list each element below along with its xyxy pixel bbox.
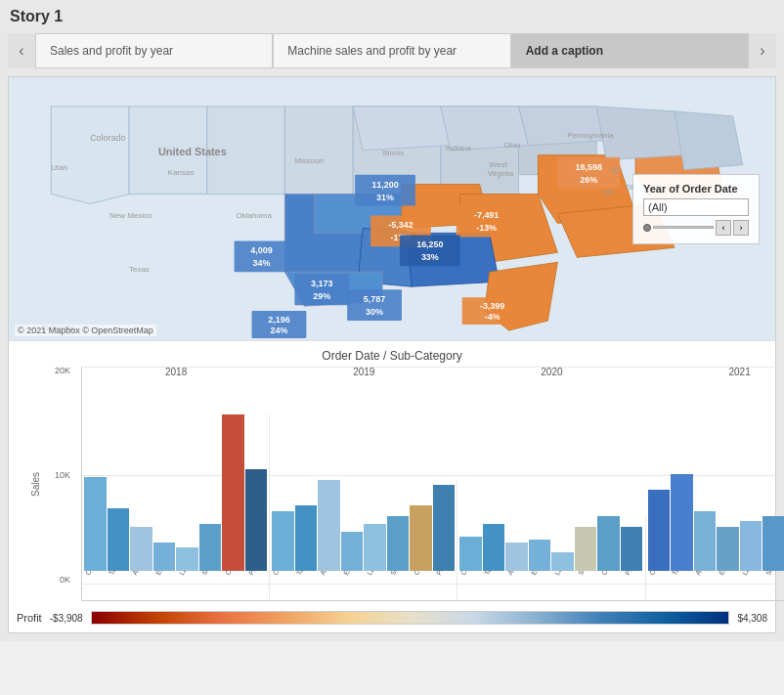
profit-legend: Profit -$3,908 $4,308	[9, 605, 775, 632]
svg-text:30%: 30%	[366, 307, 383, 317]
x-label-group-2018: ChairsTablesArtEnvelopesLabelsStorageCop…	[82, 571, 270, 600]
bar-2018-tables[interactable]	[108, 508, 130, 571]
svg-text:-4%: -4%	[485, 312, 501, 322]
profit-gradient	[91, 611, 730, 625]
x-label-group-2020: ChairsTablesArtEnvelopesLabelsStorageCop…	[457, 571, 645, 600]
svg-text:Kansas: Kansas	[168, 168, 195, 177]
slider-next-btn[interactable]: ›	[733, 220, 749, 236]
outer-container: Story 1 ‹ Sales and profit by year Machi…	[0, 0, 784, 641]
bars-container	[82, 382, 784, 571]
year-filter-value[interactable]: (All)	[643, 198, 749, 216]
svg-text:26%: 26%	[580, 175, 597, 185]
bar-2020-storage[interactable]	[575, 527, 597, 571]
bar-2021-tables[interactable]	[671, 474, 693, 571]
bar-2019-tables[interactable]	[295, 505, 318, 571]
story-nav-item-3[interactable]: Add a caption	[511, 33, 749, 68]
svg-text:NJ: NJ	[611, 167, 620, 174]
year-label-2019: 2019	[270, 367, 457, 382]
x-label-group-2019: ChairsTablesArtEnvelopesLabelsStorageCop…	[270, 571, 457, 600]
bar-2018-storage[interactable]	[199, 524, 222, 571]
bar-2021-storage[interactable]	[762, 516, 784, 571]
bar-2019-copiers[interactable]	[410, 505, 432, 571]
story-nav-items: Sales and profit by year Machine sales a…	[35, 33, 749, 68]
chart-inner: 20K 10K 0K 2018 2019 2020	[81, 367, 784, 601]
bar-2019-envelopes[interactable]	[341, 532, 364, 571]
bar-group-2019	[270, 480, 457, 571]
y-axis-label: Sales	[30, 471, 41, 496]
svg-text:3,173: 3,173	[311, 279, 332, 288]
svg-text:Oklahoma: Oklahoma	[237, 211, 273, 220]
bar-group-2020	[457, 516, 645, 571]
chart-title: Order Date / Sub-Category	[21, 349, 763, 363]
slider-dot[interactable]	[643, 224, 651, 232]
svg-text:2,196: 2,196	[268, 315, 289, 325]
year-label-2021: 2021	[646, 367, 784, 382]
svg-text:34%: 34%	[253, 258, 271, 268]
slider-prev-btn[interactable]: ‹	[716, 220, 731, 236]
bar-2019-chairs[interactable]	[272, 511, 294, 571]
svg-text:29%: 29%	[313, 291, 330, 301]
bar-2020-tables[interactable]	[483, 524, 505, 571]
svg-text:Illinois: Illinois	[382, 149, 404, 157]
bar-2018-phones[interactable]	[245, 469, 268, 571]
bar-2019-labels[interactable]	[364, 524, 386, 571]
bar-2018-envelopes[interactable]	[153, 543, 176, 571]
story-nav-item-2[interactable]: Machine sales and profit by year	[273, 33, 510, 68]
x-label-group-2021: ChairsTablesArtEnvelopesLabelsStorageCop…	[646, 571, 784, 600]
bar-2020-envelopes[interactable]	[529, 540, 551, 571]
svg-text:18,598: 18,598	[576, 162, 602, 172]
bar-group-2021	[646, 414, 784, 571]
svg-marker-1	[51, 107, 129, 204]
bar-2021-labels[interactable]	[740, 521, 762, 571]
dashboard: 11,200 31% 18,598 26% -5,342 -17% -7,491…	[8, 76, 776, 633]
story-nav-prev[interactable]: ‹	[8, 33, 35, 68]
bar-2021-art[interactable]	[694, 511, 717, 571]
profit-max: $4,308	[737, 613, 767, 624]
svg-text:-13%: -13%	[476, 223, 497, 233]
bar-2020-copiers[interactable]	[597, 516, 620, 571]
story-nav-item-1[interactable]: Sales and profit by year	[35, 33, 273, 68]
story-nav: ‹ Sales and profit by year Machine sales…	[8, 33, 776, 68]
svg-text:-5,342: -5,342	[388, 220, 413, 230]
y-tick-20k: 20K	[55, 367, 70, 375]
chart-section: Order Date / Sub-Category Sales 20K 10K …	[9, 341, 775, 605]
svg-text:Utah: Utah	[51, 163, 67, 172]
year-label-2018: 2018	[82, 367, 270, 382]
profit-label-title: Profit	[17, 612, 42, 624]
bar-2019-art[interactable]	[318, 480, 340, 571]
year-filter-title: Year of Order Date	[643, 183, 749, 195]
bar-2018-copiers[interactable]	[222, 414, 244, 571]
bar-group-2018	[82, 414, 270, 571]
svg-text:New Mexico: New Mexico	[109, 211, 152, 220]
year-labels-row: 2018 2019 2020 2021	[82, 367, 784, 382]
svg-text:Ohio: Ohio	[504, 141, 521, 150]
svg-text:Missouri: Missouri	[294, 156, 324, 165]
x-labels-row: ChairsTablesArtEnvelopesLabelsStorageCop…	[82, 571, 784, 600]
story-nav-next[interactable]: ›	[749, 33, 776, 68]
bar-2020-chairs[interactable]	[459, 537, 482, 571]
svg-text:Colorado: Colorado	[90, 133, 125, 143]
bar-2018-chairs[interactable]	[84, 477, 107, 571]
svg-text:United States: United States	[158, 146, 227, 157]
svg-text:4,009: 4,009	[250, 245, 272, 255]
svg-text:24%: 24%	[270, 326, 287, 335]
bar-2021-chairs[interactable]	[648, 490, 671, 571]
bar-2018-art[interactable]	[130, 527, 152, 571]
svg-text:West: West	[490, 160, 508, 169]
slider-track[interactable]	[653, 226, 714, 229]
map-copyright: © 2021 Mapbox © OpenStreetMap	[15, 325, 156, 336]
svg-marker-23	[675, 111, 743, 170]
bar-2018-labels[interactable]	[176, 547, 198, 571]
svg-text:5,787: 5,787	[364, 294, 385, 304]
map-section: 11,200 31% 18,598 26% -5,342 -17% -7,491…	[9, 77, 775, 341]
bar-2021-envelopes[interactable]	[717, 527, 739, 571]
bar-2019-phones[interactable]	[433, 485, 456, 571]
bar-2020-labels[interactable]	[551, 552, 574, 571]
profit-min: -$3,908	[50, 613, 83, 624]
bar-2019-storage[interactable]	[387, 516, 410, 571]
bar-2020-art[interactable]	[505, 543, 528, 571]
bar-2020-phones[interactable]	[621, 527, 643, 571]
svg-text:-3,399: -3,399	[480, 301, 504, 311]
year-filter-slider: ‹ ›	[643, 220, 749, 236]
svg-text:Pennsylvania: Pennsylvania	[567, 131, 614, 140]
